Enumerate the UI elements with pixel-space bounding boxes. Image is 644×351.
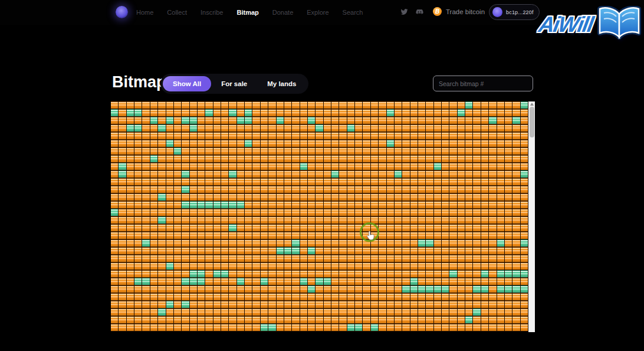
bitmap-cell[interactable] bbox=[324, 324, 331, 332]
bitmap-cell[interactable] bbox=[213, 278, 221, 286]
bitmap-cell[interactable] bbox=[402, 109, 410, 117]
bitmap-cell[interactable] bbox=[331, 278, 339, 286]
bitmap-cell[interactable] bbox=[300, 132, 308, 140]
bitmap-cell[interactable] bbox=[363, 293, 370, 301]
bitmap-cell[interactable] bbox=[489, 255, 497, 263]
bitmap-cell[interactable] bbox=[134, 316, 142, 324]
bitmap-cell[interactable] bbox=[213, 247, 221, 255]
bitmap-cell[interactable] bbox=[252, 201, 260, 209]
bitmap-cell[interactable] bbox=[142, 132, 150, 140]
bitmap-cell[interactable] bbox=[363, 301, 370, 309]
bitmap-cell[interactable] bbox=[505, 263, 512, 270]
bitmap-cell[interactable] bbox=[119, 209, 126, 216]
bitmap-cell[interactable] bbox=[205, 270, 213, 278]
search-input[interactable] bbox=[433, 80, 533, 87]
bitmap-cell[interactable] bbox=[284, 132, 292, 140]
bitmap-cell[interactable] bbox=[134, 163, 142, 170]
bitmap-cell[interactable] bbox=[449, 224, 457, 232]
bitmap-cell[interactable] bbox=[198, 170, 205, 178]
bitmap-cell[interactable] bbox=[158, 270, 166, 278]
bitmap-cell[interactable] bbox=[497, 216, 505, 224]
bitmap-cell[interactable] bbox=[371, 170, 379, 178]
bitmap-cell[interactable] bbox=[402, 147, 410, 155]
bitmap-cell[interactable] bbox=[190, 232, 198, 240]
bitmap-cell[interactable] bbox=[418, 316, 426, 324]
bitmap-cell[interactable] bbox=[308, 293, 316, 301]
bitmap-cell[interactable] bbox=[347, 255, 355, 263]
bitmap-cell[interactable] bbox=[182, 324, 189, 332]
bitmap-cell[interactable] bbox=[261, 255, 268, 263]
bitmap-cell[interactable] bbox=[261, 247, 268, 255]
bitmap-cell[interactable] bbox=[166, 240, 174, 247]
bitmap-cell[interactable] bbox=[339, 309, 347, 316]
bitmap-cell[interactable] bbox=[198, 286, 205, 293]
bitmap-cell[interactable] bbox=[497, 240, 505, 247]
bitmap-cell[interactable] bbox=[158, 155, 166, 163]
bitmap-cell[interactable] bbox=[402, 140, 410, 147]
bitmap-cell[interactable] bbox=[402, 324, 410, 332]
bitmap-cell[interactable] bbox=[434, 293, 442, 301]
bitmap-cell[interactable] bbox=[245, 209, 252, 216]
bitmap-cell[interactable] bbox=[316, 163, 323, 170]
bitmap-cell[interactable] bbox=[284, 101, 292, 109]
bitmap-cell[interactable] bbox=[387, 132, 395, 140]
bitmap-cell[interactable] bbox=[229, 286, 236, 293]
bitmap-cell[interactable] bbox=[221, 278, 229, 286]
bitmap-cell[interactable] bbox=[371, 255, 379, 263]
bitmap-cell[interactable] bbox=[512, 163, 520, 170]
bitmap-cell[interactable] bbox=[261, 286, 268, 293]
bitmap-cell[interactable] bbox=[205, 140, 213, 147]
bitmap-cell[interactable] bbox=[190, 155, 198, 163]
bitmap-cell[interactable] bbox=[213, 155, 221, 163]
bitmap-cell[interactable] bbox=[111, 324, 119, 332]
bitmap-cell[interactable] bbox=[308, 140, 316, 147]
bitmap-cell[interactable] bbox=[442, 109, 449, 117]
bitmap-cell[interactable] bbox=[229, 124, 236, 132]
bitmap-cell[interactable] bbox=[205, 216, 213, 224]
bitmap-cell[interactable] bbox=[142, 140, 150, 147]
bitmap-cell[interactable] bbox=[237, 263, 245, 270]
bitmap-cell[interactable] bbox=[142, 293, 150, 301]
bitmap-cell[interactable] bbox=[142, 309, 150, 316]
bitmap-cell[interactable] bbox=[442, 186, 449, 193]
bitmap-cell[interactable] bbox=[300, 324, 308, 332]
bitmap-cell[interactable] bbox=[300, 216, 308, 224]
bitmap-cell[interactable] bbox=[395, 209, 402, 216]
bitmap-cell[interactable] bbox=[347, 201, 355, 209]
bitmap-cell[interactable] bbox=[229, 117, 236, 124]
bitmap-cell[interactable] bbox=[261, 263, 268, 270]
bitmap-cell[interactable] bbox=[252, 124, 260, 132]
bitmap-cell[interactable] bbox=[371, 286, 379, 293]
bitmap-cell[interactable] bbox=[371, 293, 379, 301]
bitmap-cell[interactable] bbox=[363, 109, 370, 117]
bitmap-cell[interactable] bbox=[449, 117, 457, 124]
bitmap-cell[interactable] bbox=[449, 178, 457, 186]
bitmap-cell[interactable] bbox=[387, 216, 395, 224]
bitmap-cell[interactable] bbox=[371, 132, 379, 140]
bitmap-cell[interactable] bbox=[512, 101, 520, 109]
bitmap-cell[interactable] bbox=[308, 286, 316, 293]
bitmap-cell[interactable] bbox=[442, 101, 449, 109]
bitmap-cell[interactable] bbox=[434, 209, 442, 216]
bitmap-cell[interactable] bbox=[166, 224, 174, 232]
bitmap-cell[interactable] bbox=[292, 301, 300, 309]
bitmap-cell[interactable] bbox=[458, 224, 465, 232]
bitmap-cell[interactable] bbox=[292, 109, 300, 117]
bitmap-cell[interactable] bbox=[142, 240, 150, 247]
bitmap-cell[interactable] bbox=[221, 263, 229, 270]
bitmap-cell[interactable] bbox=[512, 193, 520, 201]
bitmap-cell[interactable] bbox=[182, 278, 189, 286]
bitmap-cell[interactable] bbox=[158, 309, 166, 316]
bitmap-cell[interactable] bbox=[174, 240, 182, 247]
bitmap-cell[interactable] bbox=[395, 147, 402, 155]
bitmap-cell[interactable] bbox=[174, 263, 182, 270]
bitmap-cell[interactable] bbox=[142, 232, 150, 240]
bitmap-cell[interactable] bbox=[497, 124, 505, 132]
bitmap-cell[interactable] bbox=[221, 301, 229, 309]
bitmap-cell[interactable] bbox=[324, 247, 331, 255]
bitmap-cell[interactable] bbox=[127, 224, 134, 232]
bitmap-cell[interactable] bbox=[205, 178, 213, 186]
bitmap-cell[interactable] bbox=[379, 140, 386, 147]
bitmap-cell[interactable] bbox=[347, 117, 355, 124]
bitmap-cell[interactable] bbox=[489, 240, 497, 247]
